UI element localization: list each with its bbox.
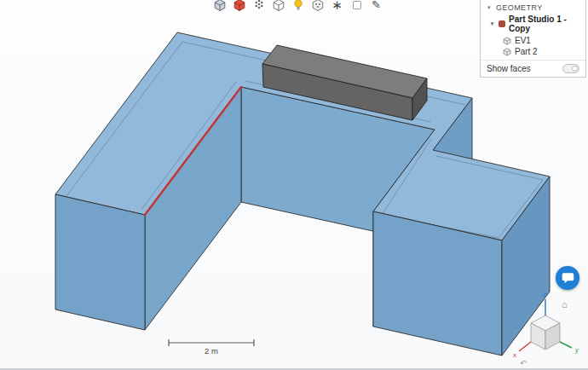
chevron-down-icon[interactable]: ▾: [489, 20, 495, 27]
chat-button[interactable]: [556, 266, 579, 290]
lightbulb-icon[interactable]: [291, 0, 305, 12]
axis-y-line: [560, 342, 572, 348]
axis-z-label: z: [542, 291, 546, 298]
cad-viewport: 2 m z x y ⌂ ↶ ‹: [0, 0, 588, 370]
tree-item-ev1[interactable]: EV1: [481, 35, 585, 46]
pencil-glyph: ✎: [372, 0, 381, 12]
scale-bar-label: 2 m: [205, 346, 218, 356]
part-cube-icon: [503, 37, 511, 45]
geometry-header-label: GEOMETRY: [496, 3, 543, 12]
panel-divider: [481, 60, 585, 61]
plain-square-icon[interactable]: [349, 0, 364, 12]
cube-outline-icon[interactable]: [271, 0, 285, 12]
star-glyph: ∗: [331, 0, 343, 12]
axis-x-label: x: [512, 351, 517, 359]
textured-cube-icon[interactable]: [310, 0, 325, 12]
show-faces-label: Show faces: [487, 64, 531, 73]
pan-left-icon[interactable]: ‹: [515, 327, 517, 336]
red-cube-icon[interactable]: [232, 0, 246, 12]
view-toolbar: ∗ ✎: [212, 0, 383, 12]
axis-y-label: y: [574, 346, 579, 354]
tree-item-label: EV1: [515, 36, 531, 45]
part-studio-label: Part Studio 1 - Copy: [509, 14, 580, 33]
show-faces-toggle[interactable]: [562, 64, 579, 73]
shaded-cube-icon[interactable]: [212, 0, 227, 12]
scale-bar: 2 m: [169, 339, 254, 356]
dot-cluster-icon[interactable]: [251, 0, 266, 12]
part-face-left-front[interactable]: [55, 194, 145, 330]
part-studio-icon: [499, 20, 505, 27]
show-faces-row: Show faces: [481, 62, 585, 73]
tree-item-part2[interactable]: Part 2: [481, 46, 585, 57]
star-icon[interactable]: ∗: [330, 0, 344, 12]
part-cube-icon: [503, 48, 511, 56]
tree-item-label: Part 2: [515, 47, 538, 56]
geometry-panel: ▾ GEOMETRY ▾ Part Studio 1 - Copy EV1 Pa…: [480, 0, 586, 78]
chat-bubble-icon: [561, 271, 574, 285]
chevron-down-icon[interactable]: ▾: [486, 4, 493, 11]
pencil-icon[interactable]: ✎: [369, 0, 383, 12]
tree-item-part-studio[interactable]: ▾ Part Studio 1 - Copy: [481, 13, 585, 35]
axis-x-line: [519, 342, 531, 351]
home-icon[interactable]: ⌂: [562, 299, 568, 309]
rotate-view-icon[interactable]: ↶: [520, 359, 527, 367]
geometry-header[interactable]: ▾ GEOMETRY: [481, 3, 585, 13]
